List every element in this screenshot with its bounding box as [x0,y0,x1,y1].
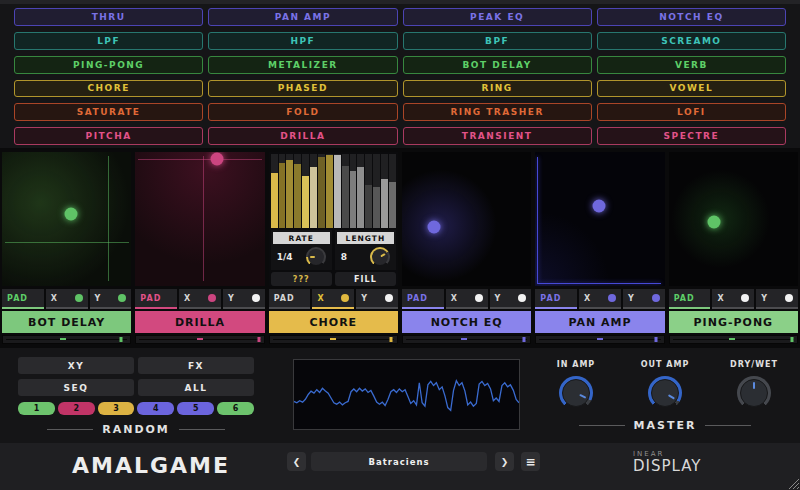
slider-level-marker[interactable] [790,337,793,342]
pad-1-mix-slider[interactable] [2,335,131,344]
seq-rate-knob[interactable] [306,247,326,267]
master-out-amp-knob[interactable] [648,376,682,410]
seq-length-knob[interactable] [370,247,390,267]
pad-3-tab-x[interactable]: X [312,289,354,309]
pad-display-6[interactable] [669,152,798,286]
preset-menu-button[interactable]: ≡ [521,452,540,471]
xy-position-dot[interactable] [210,153,223,166]
fx-button-notch-eq[interactable]: NOTCH EQ [597,8,786,26]
random-slot-1-button[interactable]: 1 [18,402,55,415]
pad-1-tab-y[interactable]: Y [90,289,132,309]
pad-effect-button-drilla[interactable]: DRILLA [135,311,264,333]
random-slot-5-button[interactable]: 5 [177,402,214,415]
seq-step-12[interactable] [357,154,364,228]
pad-6-tab-y[interactable]: Y [756,289,798,309]
xy-position-dot[interactable] [428,221,441,234]
seq-fill-button[interactable]: FILL [335,272,396,286]
xy-position-dot[interactable] [707,215,720,228]
pad-2-tab-y[interactable]: Y [223,289,265,309]
fx-button-drilla[interactable]: DRILLA [208,127,397,145]
pad-2-tab-x[interactable]: X [179,289,221,309]
fx-button-ping-pong[interactable]: PING-PONG [14,56,203,74]
pad-effect-button-pan-amp[interactable]: PAN AMP [535,311,664,333]
random-slot-3-button[interactable]: 3 [98,402,135,415]
pad-display-3[interactable]: RATE1/4LENGTH8???FILL [269,152,398,286]
pad-effect-button-chore[interactable]: CHORE [269,311,398,333]
seq-step-2[interactable] [279,154,286,228]
fx-button-pitcha[interactable]: PITCHA [14,127,203,145]
random-xy-button[interactable]: XY [18,357,134,374]
seq-step-8[interactable] [326,154,333,228]
seq-step-13[interactable] [365,154,372,228]
pad-4-tab-pad[interactable]: PAD [402,289,444,309]
pad-5-tab-x[interactable]: X [579,289,621,309]
fx-button-chore[interactable]: CHORE [14,80,203,98]
random-seq-button[interactable]: SEQ [18,379,134,396]
pad-6-tab-x[interactable]: X [712,289,754,309]
seq-random-button[interactable]: ??? [271,272,332,286]
slider-level-marker[interactable] [120,337,123,342]
seq-step-10[interactable] [342,154,349,228]
fx-button-ring[interactable]: RING [403,80,592,98]
pad-6-mix-slider[interactable] [669,335,798,344]
random-slot-6-button[interactable]: 6 [217,402,254,415]
seq-step-6[interactable] [310,154,317,228]
pad-5-tab-pad[interactable]: PAD [535,289,577,309]
pad-3-mix-slider[interactable] [269,335,398,344]
pad-4-mix-slider[interactable] [402,335,531,344]
seq-step-14[interactable] [373,154,380,228]
fx-button-lpf[interactable]: LPF [14,32,203,50]
preset-name-field[interactable]: Batraciens [311,452,487,471]
master-in-amp-knob[interactable] [559,376,593,410]
pad-6-tab-pad[interactable]: PAD [669,289,711,309]
pad-5-mix-slider[interactable] [535,335,664,344]
fx-button-hpf[interactable]: HPF [208,32,397,50]
fx-button-bot-delay[interactable]: BOT DELAY [403,56,592,74]
pad-2-mix-slider[interactable] [135,335,264,344]
fx-button-pan-amp[interactable]: PAN AMP [208,8,397,26]
pad-effect-button-ping-pong[interactable]: PING-PONG [669,311,798,333]
pad-effect-button-notch-eq[interactable]: NOTCH EQ [402,311,531,333]
seq-step-5[interactable] [302,154,309,228]
fx-button-vowel[interactable]: VOWEL [597,80,786,98]
seq-step-15[interactable] [381,154,388,228]
fx-button-lofi[interactable]: LOFI [597,103,786,121]
pad-display-5[interactable] [535,152,664,286]
fx-button-saturate[interactable]: SATURATE [14,103,203,121]
pad-4-tab-y[interactable]: Y [490,289,532,309]
random-fx-button[interactable]: FX [138,357,254,374]
fx-button-transient[interactable]: TRANSIENT [403,127,592,145]
fx-button-phased[interactable]: PHASED [208,80,397,98]
pad-2-tab-pad[interactable]: PAD [135,289,177,309]
seq-step-4[interactable] [294,154,301,228]
slider-level-marker[interactable] [257,337,260,342]
fx-button-thru[interactable]: THRU [14,8,203,26]
seq-step-11[interactable] [350,154,357,228]
fx-button-bpf[interactable]: BPF [403,32,592,50]
seq-step-1[interactable] [271,154,278,228]
pad-5-tab-y[interactable]: Y [623,289,665,309]
xy-position-dot[interactable] [64,207,77,220]
slider-level-marker[interactable] [389,337,392,342]
pad-3-tab-y[interactable]: Y [356,289,398,309]
preset-next-button[interactable]: ❯ [495,452,514,471]
fx-button-fold[interactable]: FOLD [208,103,397,121]
pad-display-1[interactable] [2,152,131,286]
seq-step-16[interactable] [389,154,396,228]
pad-4-tab-x[interactable]: X [446,289,488,309]
fx-button-metalizer[interactable]: METALIZER [208,56,397,74]
fx-button-spectre[interactable]: SPECTRE [597,127,786,145]
random-all-button[interactable]: ALL [138,379,254,396]
random-slot-4-button[interactable]: 4 [137,402,174,415]
seq-step-9[interactable] [334,154,341,228]
pad-1-tab-x[interactable]: X [46,289,88,309]
xy-position-dot[interactable] [592,199,605,212]
pad-1-tab-pad[interactable]: PAD [2,289,44,309]
master-dry-wet-knob[interactable] [737,376,771,410]
slider-level-marker[interactable] [522,337,525,342]
pad-effect-button-bot-delay[interactable]: BOT DELAY [2,311,131,333]
pad-3-tab-pad[interactable]: PAD [269,289,311,309]
preset-prev-button[interactable]: ❮ [287,452,306,471]
random-slot-2-button[interactable]: 2 [58,402,95,415]
seq-step-3[interactable] [286,154,293,228]
